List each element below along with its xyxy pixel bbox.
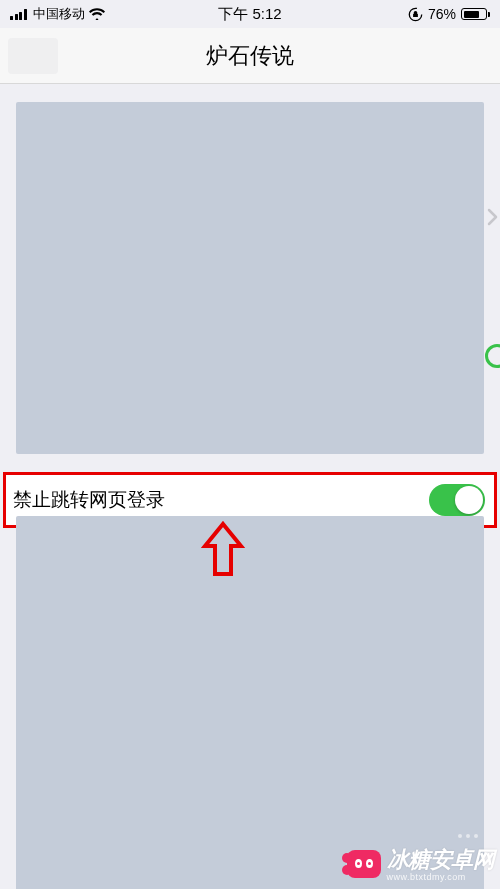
watermark-brand: 冰糖安卓网 <box>387 845 495 875</box>
battery-percent: 76% <box>428 6 456 22</box>
annotation-arrow-icon <box>201 520 245 580</box>
watermark: 冰糖安卓网 www.btxtdmy.com <box>347 845 495 882</box>
content-placeholder-bottom <box>16 516 484 889</box>
status-time: 下午 5:12 <box>218 5 281 24</box>
wifi-icon <box>89 8 105 20</box>
toggle-knob <box>455 486 483 514</box>
ellipsis-icon <box>452 831 484 841</box>
nav-bar: 炉石传说 <box>0 28 500 84</box>
watermark-logo-icon <box>347 850 381 878</box>
status-right: 76% <box>408 6 490 22</box>
signal-icon <box>10 9 27 20</box>
status-left: 中国移动 <box>10 5 105 23</box>
toggle-peek-icon <box>485 344 500 368</box>
orientation-lock-icon <box>408 7 423 22</box>
chevron-right-icon <box>486 208 500 226</box>
page-title: 炉石传说 <box>206 41 294 71</box>
status-bar: 中国移动 下午 5:12 76% <box>0 0 500 28</box>
carrier-label: 中国移动 <box>33 5 85 23</box>
battery-icon <box>461 8 490 20</box>
disable-web-login-label: 禁止跳转网页登录 <box>13 487 165 513</box>
watermark-domain: www.btxtdmy.com <box>387 872 466 882</box>
content-placeholder-top <box>16 102 484 454</box>
back-button[interactable] <box>8 38 58 74</box>
disable-web-login-toggle[interactable] <box>429 484 485 516</box>
